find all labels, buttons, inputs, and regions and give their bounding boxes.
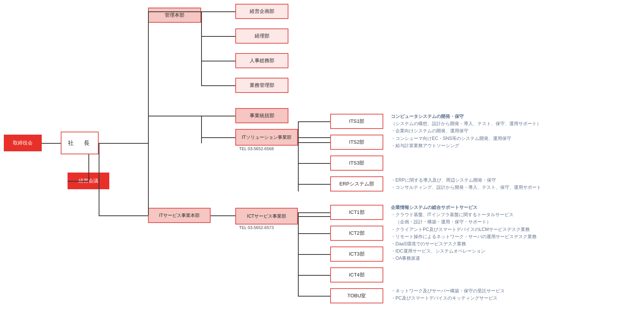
line-kanri-sub-v bbox=[201, 11, 202, 86]
line-its3 bbox=[298, 163, 330, 164]
box-ict4: ICT4部 bbox=[330, 267, 383, 283]
line-jigyotokatsbu-itsol bbox=[201, 137, 235, 138]
box-gyomukanlribu: 業務管理部 bbox=[235, 78, 288, 93]
box-ict2: ICT2部 bbox=[330, 226, 383, 241]
line-erp bbox=[298, 184, 330, 185]
box-ict3: ICT3部 bbox=[330, 246, 383, 262]
line-shacho-keiekaigi-v bbox=[88, 154, 89, 181]
box-kanrihonbu: 管理本部 bbox=[148, 8, 201, 23]
line-kanri-keiei bbox=[148, 11, 235, 12]
line-kanri-gyomu bbox=[201, 85, 235, 86]
line-ict1 bbox=[298, 212, 330, 213]
desc-its: コンピュータシステムの開発・保守 （システムの構想、設計から開発・導入、テスト、… bbox=[391, 113, 619, 149]
line-v-jigyotokatsbu bbox=[148, 116, 235, 116]
line-jigyotokatsbu-v bbox=[201, 116, 202, 143]
desc-ict: 企業情報システムの総合サポートサービス ・クラウド基盤、ITインフラ基盤に関する… bbox=[391, 204, 626, 262]
line-shacho-kanrihonbu bbox=[99, 143, 148, 144]
desc-tobu: ・ネットワーク及びサーバー構築・保守の受託サービス ・PC及びスマートデバイスの… bbox=[391, 287, 619, 302]
box-its1: ITS1部 bbox=[330, 114, 383, 129]
line-ict2 bbox=[298, 233, 330, 234]
box-jigyotokatsbu: 事業統括部 bbox=[235, 108, 288, 123]
box-it-solution: ITソリューション事業部 bbox=[235, 129, 298, 146]
box-torishimariyakukai: 取締役会 bbox=[4, 135, 42, 151]
box-it-service-honbu: ITサービス事業本部 bbox=[148, 208, 211, 223]
box-ict1: ICT1部 bbox=[330, 205, 383, 220]
desc-erp: ・ERPに関する導入及び、周辺システム開発・保守 ・コンサルティング、設計から開… bbox=[391, 177, 619, 191]
box-tobu: TOBU室 bbox=[330, 288, 383, 303]
line-shacho-v bbox=[99, 143, 99, 216]
line-shacho-itservice bbox=[99, 215, 148, 216]
line-itservice-v bbox=[148, 144, 149, 215]
org-chart: 取締役会 社 長 経営会議 管理本部 経営企画部 経理部 人事総務部 業務管理部… bbox=[0, 0, 638, 311]
line-ict-h bbox=[298, 216, 330, 217]
line-kanri-keiri bbox=[201, 36, 235, 37]
line-torishimariyakukai-shacho bbox=[42, 143, 61, 144]
box-its3: ITS3部 bbox=[330, 155, 383, 171]
box-its2: ITS2部 bbox=[330, 135, 383, 150]
it-solution-tel: TEL 03-5652-6568 bbox=[239, 146, 274, 151]
line-ict4 bbox=[298, 275, 330, 276]
line-ict3 bbox=[298, 254, 330, 255]
line-its1 bbox=[298, 121, 330, 122]
box-shacho: 社 長 bbox=[61, 132, 99, 154]
line-shacho-keiekaigi-h bbox=[68, 181, 88, 182]
line-its-spine bbox=[298, 121, 299, 192]
box-jinjisombu: 人事総務部 bbox=[235, 53, 288, 68]
box-keiribu: 経理部 bbox=[235, 28, 288, 44]
line-its2 bbox=[298, 142, 330, 143]
box-ict-service: ICTサービス事業部 bbox=[235, 208, 298, 225]
ict-service-tel: TEL 03-5652-6573 bbox=[239, 225, 274, 230]
box-erp: ERPシステム部 bbox=[330, 176, 383, 192]
line-kanri-jinji bbox=[201, 61, 235, 61]
line-tobu bbox=[298, 296, 330, 297]
box-keieikikakubu: 経営企画部 bbox=[235, 4, 288, 19]
line-itsol-h bbox=[298, 137, 330, 138]
line-itservice-ict bbox=[211, 215, 235, 216]
line-kanrigroup-v bbox=[148, 11, 149, 144]
